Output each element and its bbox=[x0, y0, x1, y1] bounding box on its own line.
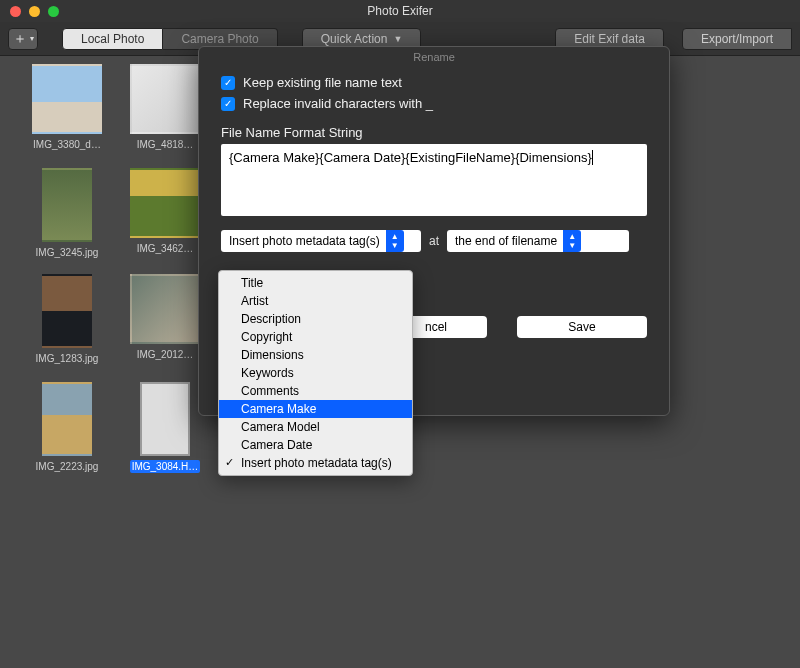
dropdown-item[interactable]: Title bbox=[219, 274, 412, 292]
thumb-label: IMG_4818… bbox=[137, 139, 194, 150]
thumb-label: IMG_3084.H… bbox=[130, 460, 201, 473]
position-select[interactable]: the end of filename ▲▼ bbox=[447, 230, 629, 252]
window-controls bbox=[10, 6, 59, 17]
dropdown-item-current[interactable]: Insert photo metadata tag(s) bbox=[219, 454, 412, 472]
app-title: Photo Exifer bbox=[367, 4, 432, 18]
metadata-dropdown[interactable]: Title Artist Description Copyright Dimen… bbox=[218, 270, 413, 476]
insert-tag-row: Insert photo metadata tag(s) ▲▼ at the e… bbox=[221, 230, 647, 252]
photo-thumb[interactable]: IMG_3380_d… bbox=[22, 64, 112, 152]
dropdown-item[interactable]: Description bbox=[219, 310, 412, 328]
at-label: at bbox=[429, 234, 439, 248]
metadata-tag-select-label: Insert photo metadata tag(s) bbox=[229, 234, 380, 248]
dropdown-item[interactable]: Camera Model bbox=[219, 418, 412, 436]
minimize-window-icon[interactable] bbox=[29, 6, 40, 17]
photo-thumb[interactable]: IMG_2012… bbox=[120, 274, 210, 362]
chevron-down-icon: ▼ bbox=[393, 34, 402, 44]
checkbox-checked-icon[interactable]: ✓ bbox=[221, 97, 235, 111]
chevron-down-icon: ▾ bbox=[30, 34, 34, 43]
thumbnail-image bbox=[130, 274, 200, 344]
thumbnail-image bbox=[42, 168, 92, 242]
checkbox-checked-icon[interactable]: ✓ bbox=[221, 76, 235, 90]
thumb-label: IMG_2012… bbox=[137, 349, 194, 360]
photo-thumb[interactable]: IMG_3245.jpg bbox=[22, 168, 112, 260]
thumbnail-image bbox=[140, 382, 190, 456]
metadata-tag-select[interactable]: Insert photo metadata tag(s) ▲▼ bbox=[221, 230, 421, 252]
thumbnail-image bbox=[130, 168, 200, 238]
dropdown-item[interactable]: Comments bbox=[219, 382, 412, 400]
photo-thumb[interactable]: IMG_4818… bbox=[120, 64, 210, 152]
add-button[interactable]: ＋▾ bbox=[8, 28, 38, 50]
thumb-label: IMG_3380_d… bbox=[33, 139, 101, 150]
dropdown-item[interactable]: Camera Date bbox=[219, 436, 412, 454]
thumbnail-image bbox=[130, 64, 200, 134]
thumb-label: IMG_1283.jpg bbox=[36, 353, 99, 364]
keep-existing-label: Keep existing file name text bbox=[243, 75, 402, 90]
photo-thumb[interactable]: IMG_2223.jpg bbox=[22, 382, 112, 474]
plus-icon: ＋ bbox=[13, 30, 27, 48]
photo-thumb[interactable]: IMG_3084.H… bbox=[120, 382, 210, 477]
thumbnail-image bbox=[32, 64, 102, 134]
popover-title: Rename bbox=[221, 51, 647, 63]
replace-invalid-label: Replace invalid characters with _ bbox=[243, 96, 433, 111]
quick-action-label: Quick Action bbox=[321, 32, 388, 46]
photo-thumb[interactable]: IMG_3462… bbox=[120, 168, 210, 256]
thumb-label: IMG_2223.jpg bbox=[36, 461, 99, 472]
dropdown-item[interactable]: Keywords bbox=[219, 364, 412, 382]
thumb-label: IMG_3462… bbox=[137, 243, 194, 254]
format-string-label: File Name Format String bbox=[221, 125, 647, 140]
seg-local-photo[interactable]: Local Photo bbox=[62, 28, 163, 50]
photo-thumb[interactable]: IMG_1283.jpg bbox=[22, 274, 112, 366]
format-string-input[interactable]: {Camera Make}{Camera Date}{ExistingFileN… bbox=[221, 144, 647, 216]
keep-existing-row[interactable]: ✓ Keep existing file name text bbox=[221, 75, 647, 90]
close-window-icon[interactable] bbox=[10, 6, 21, 17]
replace-invalid-row[interactable]: ✓ Replace invalid characters with _ bbox=[221, 96, 647, 111]
export-import-button[interactable]: Export/Import bbox=[682, 28, 792, 50]
format-string-value: {Camera Make}{Camera Date}{ExistingFileN… bbox=[229, 150, 592, 165]
dropdown-item[interactable]: Artist bbox=[219, 292, 412, 310]
titlebar: Photo Exifer bbox=[0, 0, 800, 22]
select-caret-icon: ▲▼ bbox=[386, 230, 404, 252]
thumbnail-image bbox=[42, 382, 92, 456]
dropdown-item[interactable]: Copyright bbox=[219, 328, 412, 346]
select-caret-icon: ▲▼ bbox=[563, 230, 581, 252]
dropdown-item-selected[interactable]: Camera Make bbox=[219, 400, 412, 418]
position-select-label: the end of filename bbox=[455, 234, 557, 248]
thumbnail-image bbox=[42, 274, 92, 348]
save-button[interactable]: Save bbox=[517, 316, 647, 338]
dropdown-item[interactable]: Dimensions bbox=[219, 346, 412, 364]
thumb-label: IMG_3245.jpg bbox=[36, 247, 99, 258]
zoom-window-icon[interactable] bbox=[48, 6, 59, 17]
